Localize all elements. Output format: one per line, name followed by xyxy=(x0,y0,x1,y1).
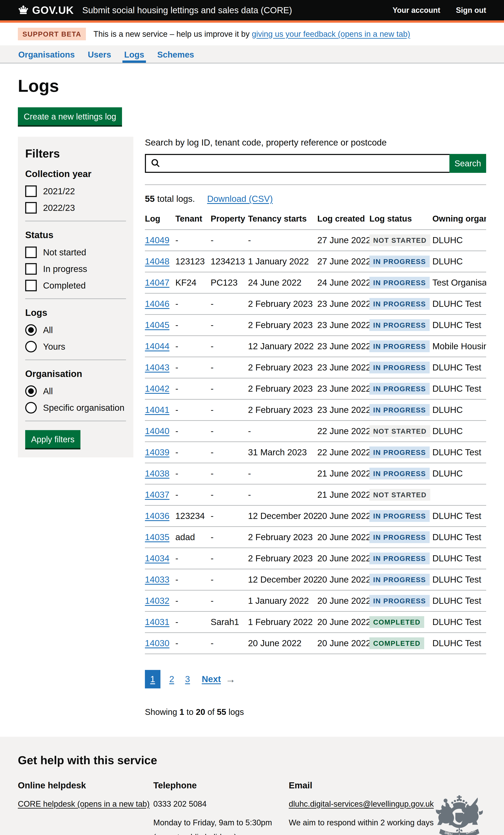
status-badge: IN PROGRESS xyxy=(369,595,430,607)
log-link[interactable]: 14045 xyxy=(145,320,169,330)
log-link[interactable]: 14038 xyxy=(145,469,169,478)
status-badge: IN PROGRESS xyxy=(369,574,430,586)
email-link[interactable]: dluhc.digital-services@levellingup.gov.u… xyxy=(289,799,434,808)
radio-option-all[interactable]: All xyxy=(25,385,126,397)
cell: DLUHC Test xyxy=(432,590,486,612)
page-3[interactable]: 3 xyxy=(185,674,190,684)
radio-option-specific-organisation[interactable]: Specific organisation xyxy=(25,402,126,413)
log-link[interactable]: 14031 xyxy=(145,617,169,627)
checkbox-option-2022-23[interactable]: 2022/23 xyxy=(25,202,126,213)
filter-group: Status Not startedIn progressCompleted xyxy=(25,230,126,299)
checkbox-control[interactable] xyxy=(25,202,37,213)
status-badge: IN PROGRESS xyxy=(369,341,430,352)
page-2[interactable]: 2 xyxy=(169,674,174,684)
log-row: 1404812312312342131 January 202227 June … xyxy=(145,251,486,272)
log-link[interactable]: 14036 xyxy=(145,511,169,521)
cell: PC123 xyxy=(210,272,248,293)
checkbox-option-not-started[interactable]: Not started xyxy=(25,247,126,258)
apply-filters-button[interactable]: Apply filters xyxy=(25,430,80,448)
cell: 20 June 2022 xyxy=(317,590,369,612)
arrow-right-icon: → xyxy=(225,673,236,685)
cell: 23 June 2022 xyxy=(317,378,369,400)
nav-item-users[interactable]: Users xyxy=(87,45,112,63)
support-beta-tag: SUPPORT BETA xyxy=(18,28,86,40)
cell: 20 June 2022 xyxy=(317,506,369,527)
search-button[interactable]: Search xyxy=(449,154,486,173)
log-link[interactable]: 14030 xyxy=(145,638,169,648)
cell: 1 February 2022 xyxy=(248,612,317,633)
cell: - xyxy=(175,484,210,506)
telephone-number: 0333 202 5084 xyxy=(153,798,289,810)
status-badge: IN PROGRESS xyxy=(369,404,430,416)
log-link[interactable]: 14033 xyxy=(145,575,169,585)
cell: - xyxy=(175,400,210,421)
cell: - xyxy=(175,336,210,357)
checkbox-option-completed[interactable]: Completed xyxy=(25,280,126,291)
footer-telephone: Telephone 0333 202 5084 Monday to Friday… xyxy=(153,779,289,835)
column-header: Tenancy starts xyxy=(248,214,317,230)
checkbox-control[interactable] xyxy=(25,185,37,197)
download-csv-link[interactable]: Download (CSV) xyxy=(207,194,273,204)
radio-control[interactable] xyxy=(25,385,37,397)
filter-group: Logs AllYours xyxy=(25,307,126,360)
checkbox-option-2021-22[interactable]: 2021/22 xyxy=(25,185,126,197)
cell: DLUHC Test xyxy=(432,612,486,633)
log-link[interactable]: 14041 xyxy=(145,405,169,415)
log-link[interactable]: 14032 xyxy=(145,596,169,606)
next-page-link[interactable]: Next xyxy=(202,674,221,684)
radio-option-yours[interactable]: Yours xyxy=(25,341,126,352)
filter-group-label: Logs xyxy=(25,307,126,318)
log-link[interactable]: 14040 xyxy=(145,426,169,436)
filter-divider xyxy=(25,299,126,299)
checkbox-control[interactable] xyxy=(25,280,37,291)
log-link[interactable]: 14049 xyxy=(145,235,169,245)
log-link[interactable]: 14043 xyxy=(145,363,169,372)
log-row: 14042--2 February 202323 June 2022IN PRO… xyxy=(145,378,486,400)
filter-group-label: Status xyxy=(25,230,126,240)
log-row: 14047KF24PC12324 June 202224 June 2022IN… xyxy=(145,272,486,293)
nav-item-logs[interactable]: Logs xyxy=(124,45,145,63)
radio-option-all[interactable]: All xyxy=(25,324,126,336)
cell: - xyxy=(175,442,210,463)
cell: - xyxy=(175,314,210,336)
column-header: Owning organisation xyxy=(432,214,486,230)
page-1-current[interactable]: 1 xyxy=(145,670,160,688)
log-link[interactable]: 14046 xyxy=(145,299,169,309)
checkbox-option-in-progress[interactable]: In progress xyxy=(25,263,126,275)
checkbox-control[interactable] xyxy=(25,247,37,258)
radio-control[interactable] xyxy=(25,341,37,352)
sign-out-link[interactable]: Sign out xyxy=(456,6,486,15)
crown-icon xyxy=(18,5,29,15)
cell: DLUHC xyxy=(432,400,486,421)
log-link[interactable]: 14034 xyxy=(145,553,169,563)
status-badge: IN PROGRESS xyxy=(369,362,430,373)
cell: - xyxy=(175,548,210,569)
cell: 23 June 2022 xyxy=(317,336,369,357)
create-lettings-log-button[interactable]: Create a new lettings log xyxy=(18,107,122,125)
cell: - xyxy=(210,633,248,654)
cell: 20 June 2022 xyxy=(317,527,369,548)
checkbox-control[interactable] xyxy=(25,263,37,275)
log-link[interactable]: 14044 xyxy=(145,341,169,351)
cell: - xyxy=(210,442,248,463)
log-link[interactable]: 14039 xyxy=(145,447,169,457)
log-link[interactable]: 14047 xyxy=(145,278,169,287)
core-helpdesk-link[interactable]: CORE helpdesk (opens in a new tab) xyxy=(18,799,149,808)
cell: - xyxy=(175,378,210,400)
feedback-link[interactable]: giving us your feedback (opens in a new … xyxy=(252,29,410,38)
your-account-link[interactable]: Your account xyxy=(392,6,440,15)
radio-control[interactable] xyxy=(25,324,37,336)
cell: - xyxy=(175,357,210,378)
radio-control[interactable] xyxy=(25,402,37,413)
log-link[interactable]: 14035 xyxy=(145,532,169,542)
log-link[interactable]: 14037 xyxy=(145,490,169,500)
search-input[interactable] xyxy=(145,154,449,173)
log-link[interactable]: 14048 xyxy=(145,257,169,266)
main-content: Logs Create a new lettings log Filters C… xyxy=(18,63,486,737)
log-link[interactable]: 14042 xyxy=(145,384,169,393)
cell: DLUHC Test xyxy=(432,548,486,569)
nav-item-organisations[interactable]: Organisations xyxy=(18,45,75,63)
service-name-link[interactable]: Submit social housing lettings and sales… xyxy=(82,5,292,15)
govuk-home-link[interactable]: GOV.UK xyxy=(18,4,74,16)
nav-item-schemes[interactable]: Schemes xyxy=(157,45,195,63)
